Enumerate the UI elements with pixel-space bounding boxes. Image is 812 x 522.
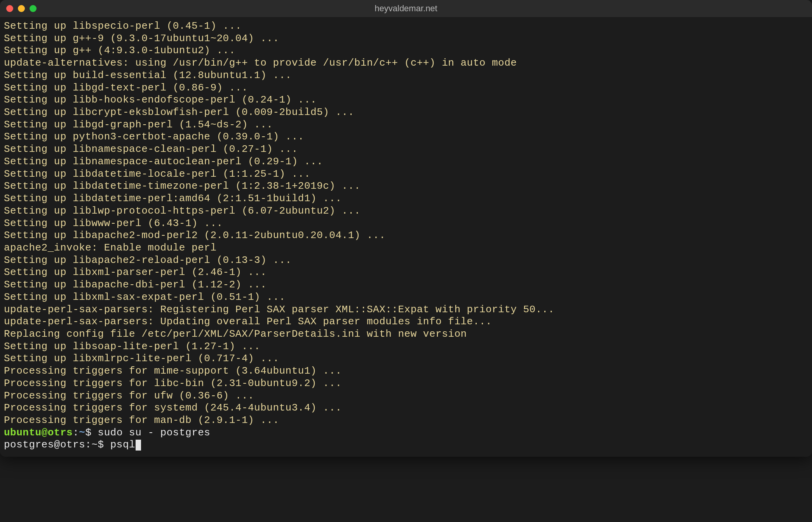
output-line: Setting up libxml-parser-perl (2.46-1) .… (4, 266, 808, 279)
output-line: Setting up g++-9 (9.3.0-17ubuntu1~20.04)… (4, 33, 808, 45)
prompt-colon: : (73, 427, 79, 438)
output-line: Setting up libapache2-mod-perl2 (2.0.11-… (4, 230, 808, 242)
output-line: Processing triggers for ufw (0.36-6) ... (4, 390, 808, 402)
output-line: Replacing config file /etc/perl/XML/SAX/… (4, 328, 808, 341)
output-line: Setting up libb-hooks-endofscope-perl (0… (4, 94, 808, 106)
prompt-plain: postgres@otrs:~$ (4, 439, 110, 451)
prompt-line-1: ubuntu@otrs:~$ sudo su - postgres (4, 427, 808, 439)
prompt-host: otrs (48, 427, 73, 438)
terminal-window: heyvaldemar.net Setting up libspecio-per… (0, 0, 812, 457)
output-line: Setting up libxml-sax-expat-perl (0.51-1… (4, 291, 808, 304)
output-line: update-alternatives: using /usr/bin/g++ … (4, 57, 808, 70)
minimize-icon[interactable] (18, 5, 25, 12)
command-text: sudo su - postgres (98, 427, 211, 438)
output-line: Setting up libapache-dbi-perl (1.12-2) .… (4, 279, 808, 291)
output-line: Setting up libgd-graph-perl (1.54~ds-2) … (4, 119, 808, 131)
output-line: Setting up libdatetime-timezone-perl (1:… (4, 180, 808, 193)
prompt-at: @ (42, 427, 48, 438)
title-bar: heyvaldemar.net (0, 0, 812, 17)
output-line: Setting up libwww-perl (6.43-1) ... (4, 218, 808, 230)
cursor-icon (136, 440, 141, 451)
close-icon[interactable] (6, 5, 13, 12)
prompt-symbol: $ (85, 427, 98, 438)
command-text: psql (110, 439, 135, 451)
output-line: Setting up liblwp-protocol-https-perl (6… (4, 205, 808, 218)
prompt-line-2: postgres@otrs:~$ psql (4, 439, 808, 451)
output-line: Processing triggers for systemd (245.4-4… (4, 402, 808, 414)
output-line: Setting up libgd-text-perl (0.86-9) ... (4, 82, 808, 94)
terminal-output: Setting up libspecio-perl (0.45-1) ...Se… (4, 20, 808, 427)
output-line: Setting up libnamespace-clean-perl (0.27… (4, 143, 808, 156)
output-line: Setting up libapache2-reload-perl (0.13-… (4, 254, 808, 267)
prompt-user: ubuntu (4, 427, 42, 438)
maximize-icon[interactable] (30, 5, 37, 12)
prompt-path: ~ (79, 427, 85, 438)
output-line: Setting up libnamespace-autoclean-perl (… (4, 156, 808, 168)
output-line: Processing triggers for mime-support (3.… (4, 365, 808, 378)
terminal-body[interactable]: Setting up libspecio-perl (0.45-1) ...Se… (0, 17, 812, 457)
output-line: update-perl-sax-parsers: Registering Per… (4, 304, 808, 316)
output-line: Setting up libsoap-lite-perl (1.27-1) ..… (4, 341, 808, 353)
output-line: Setting up build-essential (12.8ubuntu1.… (4, 70, 808, 82)
traffic-lights (6, 5, 37, 12)
output-line: Setting up libcrypt-eksblowfish-perl (0.… (4, 106, 808, 119)
output-line: update-perl-sax-parsers: Updating overal… (4, 316, 808, 328)
output-line: Setting up libxmlrpc-lite-perl (0.717-4)… (4, 353, 808, 365)
output-line: Setting up libdatetime-perl:amd64 (2:1.5… (4, 193, 808, 205)
output-line: Setting up python3-certbot-apache (0.39.… (4, 131, 808, 143)
output-line: apache2_invoke: Enable module perl (4, 242, 808, 254)
output-line: Processing triggers for man-db (2.9.1-1)… (4, 414, 808, 427)
output-line: Processing triggers for libc-bin (2.31-0… (4, 378, 808, 390)
output-line: Setting up libdatetime-locale-perl (1:1.… (4, 168, 808, 181)
window-title: heyvaldemar.net (375, 3, 437, 14)
output-line: Setting up libspecio-perl (0.45-1) ... (4, 20, 808, 33)
output-line: Setting up g++ (4:9.3.0-1ubuntu2) ... (4, 45, 808, 57)
